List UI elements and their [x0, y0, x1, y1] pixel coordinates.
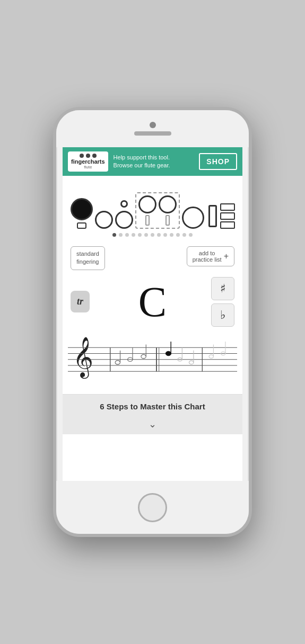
sharp-button[interactable]: ♯ — [211, 277, 234, 300]
dot-11[interactable] — [176, 233, 180, 237]
rkey-2 — [220, 212, 235, 220]
logo-text: fingercharts — [71, 159, 105, 165]
accidentals-group: ♯ ♭ — [211, 277, 234, 327]
flat-symbol: ♭ — [220, 308, 225, 322]
phone-bottom-bar — [56, 481, 249, 534]
volume-down-button[interactable] — [53, 229, 54, 253]
dot-6[interactable] — [144, 233, 148, 237]
hole-4 — [138, 195, 156, 213]
dot-13[interactable] — [189, 233, 193, 237]
chevron-down[interactable]: ⌄ — [63, 418, 242, 434]
camera — [150, 122, 156, 128]
hole-3 — [115, 211, 133, 229]
shop-button[interactable]: SHOP — [199, 153, 237, 170]
dashed-group — [135, 192, 180, 229]
note-letter: C — [138, 281, 167, 323]
phone-frame: fingercharts flute Help support this too… — [53, 107, 252, 537]
logo-dot-2 — [86, 154, 90, 158]
phone-top-bar — [56, 110, 249, 147]
plus-icon: + — [224, 252, 229, 261]
key-thin-2 — [165, 215, 170, 226]
dot-10[interactable] — [170, 233, 173, 237]
banner-text: Help support this tool. Browse our flute… — [114, 154, 194, 170]
steps-banner[interactable]: 6 Steps to Master this Chart — [63, 394, 242, 418]
note-area: tr C ♯ ♭ — [63, 275, 242, 328]
standard-fingering-button[interactable]: standardfingering — [71, 246, 105, 270]
note-1 — [115, 360, 120, 364]
speaker — [134, 131, 171, 136]
volume-up-button[interactable] — [53, 198, 54, 221]
dot-5[interactable] — [138, 233, 142, 237]
logo-box: fingercharts flute — [68, 151, 108, 172]
hole-5 — [159, 195, 177, 213]
note-3 — [141, 354, 146, 359]
note-6 — [189, 361, 193, 364]
rkey-3 — [220, 221, 235, 229]
banner-line2: Browse our flute gear. — [114, 162, 194, 169]
logo-dots — [80, 154, 97, 158]
hole-small-top — [120, 200, 128, 208]
hole-1 — [71, 198, 93, 220]
dot-8[interactable] — [157, 233, 161, 237]
pagination-dots — [112, 233, 193, 237]
right-keys — [220, 203, 235, 229]
staff-area: 𝄞 — [63, 328, 242, 394]
dot-4[interactable] — [132, 233, 135, 237]
controls-row: standardfingering add topractice list + — [63, 244, 242, 275]
hole-2 — [95, 211, 113, 229]
header-banner: fingercharts flute Help support this too… — [63, 147, 242, 176]
screen-content: fingercharts flute Help support this too… — [63, 147, 242, 481]
dot-2[interactable] — [119, 233, 123, 237]
trill-label: tr — [77, 296, 83, 307]
add-to-practice-button[interactable]: add topractice list + — [187, 246, 234, 266]
phone-screen: fingercharts flute Help support this too… — [63, 147, 242, 481]
sharp-symbol: ♯ — [220, 282, 226, 296]
dot-12[interactable] — [182, 233, 186, 237]
hole-6 — [182, 207, 204, 229]
dot-1[interactable] — [112, 233, 116, 237]
fingering-area — [63, 176, 242, 244]
dot-3[interactable] — [125, 233, 129, 237]
add-practice-text: add topractice list — [193, 250, 222, 263]
note-current — [165, 351, 171, 355]
dot-7[interactable] — [151, 233, 154, 237]
logo-dot-1 — [80, 154, 84, 158]
mute-button[interactable] — [53, 174, 54, 190]
staff-svg: 𝄞 — [68, 331, 237, 384]
flat-button[interactable]: ♭ — [211, 303, 234, 327]
logo-dot-3 — [92, 154, 97, 158]
treble-clef-symbol: 𝄞 — [73, 336, 93, 379]
home-button[interactable] — [138, 493, 167, 522]
note-7 — [209, 355, 213, 359]
trill-button[interactable]: tr — [71, 291, 90, 312]
key-thin-1 — [145, 215, 150, 226]
power-button[interactable] — [251, 203, 252, 240]
banner-line1: Help support this tool. — [114, 154, 194, 162]
key-pad-1 — [77, 222, 86, 229]
fingering-diagram — [71, 186, 235, 229]
rkey-1 — [220, 203, 235, 211]
right-key-body — [208, 205, 217, 227]
logo-sub: flute — [84, 165, 92, 169]
dot-9[interactable] — [163, 233, 167, 237]
